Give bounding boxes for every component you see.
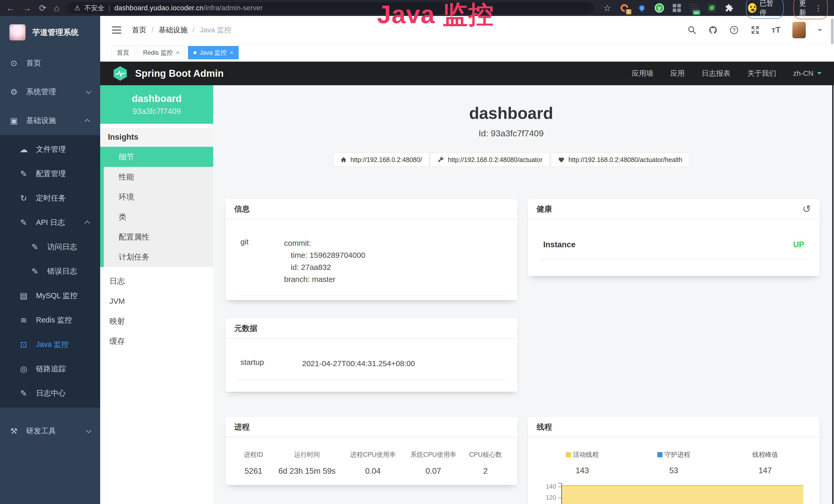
sba-nav: 应用墙 应用 日志报表 关于我们 zh-CN [632, 69, 822, 78]
security-warning-icon: ⚠ [74, 4, 80, 12]
sba-nav-journal[interactable]: 日志报表 [702, 69, 730, 78]
github-icon[interactable] [708, 25, 718, 35]
toolbox-icon: ⚒ [8, 426, 20, 436]
sidebar-item-label: 系统管理 [26, 87, 56, 97]
history-icon[interactable]: ↺ [802, 203, 811, 215]
threads-card-body: 活动线程 143 守护进程 53 线程峰值 147 140 120 100 [528, 437, 820, 504]
extension-c-icon[interactable]: 1 [619, 3, 629, 13]
close-icon[interactable]: × [176, 49, 179, 56]
sidebar-item-log-center[interactable]: ✎日志中心 [0, 381, 100, 406]
tab-redis[interactable]: Redis 监控× [138, 46, 185, 59]
browser-back-icon[interactable]: ← [6, 4, 15, 12]
sidebar-item-mysql[interactable]: ▤MySQL 监控 [0, 283, 100, 308]
sba-item-scheduled-tasks[interactable]: 计划任务 [104, 247, 213, 267]
sba-item-configprops[interactable]: 配置属性 [104, 227, 213, 247]
stat-daemon-threads: 守护进程 53 [628, 450, 720, 475]
service-url-button[interactable]: http://192.168.0.2:48080/ [333, 153, 429, 167]
sba-item-metrics[interactable]: 性能 [104, 167, 213, 187]
user-avatar[interactable] [792, 22, 806, 38]
sidebar-item-job[interactable]: ↻定时任务 [0, 186, 100, 210]
sba-item-details[interactable]: 细节 [100, 147, 213, 167]
process-card: 进程 进程ID5261 运行时间6d 23h 15m 59s 进程CPU使用率0… [225, 417, 518, 485]
actuator-url-button[interactable]: http://192.168.0.2:48080/actuator [431, 153, 549, 167]
health-url-button[interactable]: http://192.168.0.2:48080/actuator/health [551, 153, 689, 167]
sidebar-item-redis[interactable]: ≋Redis 监控 [0, 308, 100, 332]
sba-sidebar: dashboard 93a3fc7f7409 Insights 细节 性能 环境… [100, 85, 213, 504]
sba-brand[interactable]: Spring Boot Admin [135, 68, 224, 79]
browser-forward-icon[interactable]: → [23, 4, 31, 12]
sidebar-item-infra[interactable]: ▣基础设施 [0, 106, 100, 135]
extension-leaf-icon[interactable] [707, 3, 717, 13]
breadcrumb-infra[interactable]: 基础设施 [159, 25, 188, 35]
sidebar-item-file[interactable]: ☁文件管理 [0, 137, 100, 161]
health-url: http://192.168.0.2:48080/actuator/health [568, 156, 682, 164]
health-row-label: Instance [543, 240, 576, 249]
hamburger-menu-icon[interactable] [112, 26, 121, 33]
bookmark-star-icon[interactable]: ☆ [603, 3, 611, 13]
extension-pin-icon[interactable] [637, 3, 647, 13]
sba-item-logfile[interactable]: 日志 [100, 271, 213, 291]
sba-language-select[interactable]: zh-CN [793, 69, 822, 77]
sidebar-item-java[interactable]: ⊡Java 监控 [0, 332, 100, 357]
extension-y-icon[interactable]: y [655, 3, 664, 13]
tab-java[interactable]: Java 监控× [188, 46, 239, 59]
sba-nav-about[interactable]: 关于我们 [747, 69, 776, 78]
sidebar-item-config[interactable]: ✎配置管理 [0, 161, 100, 186]
scrollbar-thumb[interactable] [831, 19, 833, 44]
sidebar-item-trace[interactable]: ◎链路追踪 [0, 357, 100, 381]
breadcrumb-home[interactable]: 首页 [132, 25, 147, 35]
sidebar-item-system[interactable]: ⚙系统管理 [0, 77, 100, 106]
stat-value: 143 [536, 466, 628, 475]
sba-item-classes[interactable]: 类 [104, 207, 213, 227]
active-threads-area [562, 485, 803, 504]
metric-header: 进程CPU使用率 [342, 450, 404, 459]
threads-chart: 140 120 100 [536, 483, 811, 504]
breadcrumb: 首页 / 基础设施 / Java 监控 [132, 25, 232, 35]
stat-live-threads: 活动线程 143 [536, 450, 628, 475]
close-icon[interactable]: × [229, 49, 233, 56]
browser-menu-kebab-icon[interactable]: ⋮ [814, 4, 822, 13]
sidebar-item-error-log[interactable]: ✎错误日志 [0, 259, 100, 283]
health-instance-row[interactable]: Instance UP [540, 232, 807, 259]
startup-value: 2021-04-27T00:44:31.254+08:00 [302, 358, 415, 369]
extension-grid-icon[interactable] [672, 3, 682, 13]
extension-on-icon[interactable]: on [689, 3, 699, 13]
browser-reload-icon[interactable]: ⟳ [39, 4, 46, 12]
sidebar-menu: ⊙首页 ⚙系统管理 ▣基础设施 ☁文件管理 ✎配置管理 ↻定时任务 ✎API 日… [0, 49, 100, 445]
browser-profile-chip[interactable]: 已暂停 [746, 0, 784, 19]
sba-nav-wallboard[interactable]: 应用墙 [632, 69, 654, 78]
address-bar[interactable]: ⚠ 不安全 | dashboard.yudao.iocoder.cn/infra… [67, 2, 594, 14]
user-caret-icon[interactable] [817, 29, 822, 33]
sba-item-environment[interactable]: 环境 [104, 187, 213, 207]
extension-strip: 1 y on [619, 3, 734, 13]
instance-name: dashboard [132, 93, 182, 104]
tab-home[interactable]: 首页 [111, 46, 135, 59]
sidebar-item-devtools[interactable]: ⚒研发工具 [0, 417, 100, 445]
extensions-puzzle-icon[interactable] [724, 3, 734, 13]
on-badge: on [693, 10, 700, 15]
annotation-java-monitor: Java 监控 [377, 0, 494, 32]
search-icon[interactable] [687, 25, 697, 35]
sidebar-item-access-log[interactable]: ✎访问日志 [0, 235, 100, 259]
help-icon[interactable]: ? [729, 25, 739, 35]
app-logo[interactable]: 芋道管理系统 [0, 16, 100, 49]
browser-update-button[interactable]: 更新 ⋮ [793, 0, 828, 19]
browser-home-icon[interactable]: ⌂ [54, 4, 60, 12]
home-icon [340, 156, 347, 163]
metric-value: 0.04 [342, 466, 404, 476]
sidebar-item-home[interactable]: ⊙首页 [0, 49, 100, 77]
sba-item-mappings[interactable]: 映射 [100, 311, 213, 331]
sidebar-item-api-log[interactable]: ✎API 日志 [0, 210, 100, 235]
git-value: commit: time: 1596289704000 id: 27aa832 … [284, 237, 365, 285]
url-path: /infra/admin-server [203, 4, 263, 12]
sba-root-items: 日志 JVM 映射 缓存 [100, 267, 213, 351]
sidebar-item-label: MySQL 监控 [36, 291, 78, 301]
fullscreen-icon[interactable] [750, 25, 760, 35]
y-tick-label-140: 140 [541, 483, 556, 490]
font-size-icon[interactable]: тT [772, 25, 781, 35]
startup-row: startup 2021-04-27T00:44:31.254+08:00 [238, 352, 505, 380]
sba-item-caches[interactable]: 缓存 [100, 331, 213, 351]
health-card-title: 健康 [536, 204, 552, 214]
sba-nav-applications[interactable]: 应用 [671, 69, 685, 78]
sba-item-jvm[interactable]: JVM [100, 291, 213, 311]
